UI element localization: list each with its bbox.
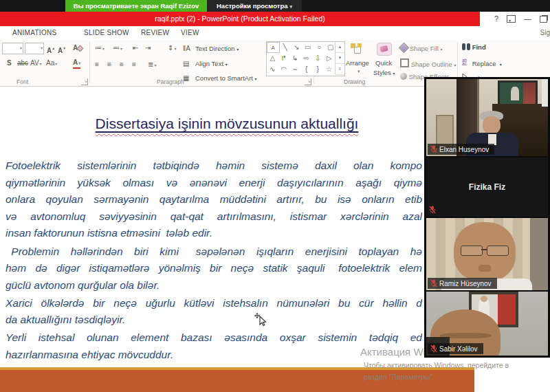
slide-title[interactable]: Dissertasiya işinin mövzusunun aktuallığ… <box>0 116 454 132</box>
powerpoint-titlebar[interactable]: raqif.pptx (2) - PowerPoint (Product Act… <box>0 12 480 26</box>
shape-pentagon-icon[interactable]: ▷ <box>324 53 336 64</box>
font-size-combobox[interactable] <box>25 43 44 54</box>
body-line: güclü avtonom qurğular ola bilər. <box>6 277 422 294</box>
muted-mic-icon <box>430 345 437 353</box>
align-justify-button[interactable]: ≡ <box>132 61 136 69</box>
shape-left-brace-icon[interactable]: { <box>301 64 313 75</box>
chair-decor <box>436 115 454 148</box>
help-button[interactable]: ? <box>494 12 498 26</box>
text-shadow-button[interactable]: S <box>7 59 12 67</box>
find-button[interactable]: Find <box>462 43 486 51</box>
participant-tile-ramiz[interactable]: Ramiz Hüseynov <box>426 218 548 290</box>
decrease-indent-button[interactable]: ⇤ <box>133 44 138 52</box>
font-dialog-launcher[interactable]: ↘ <box>81 78 88 85</box>
slide-body-text[interactable]: Fotoelektrik sistemlərinin tətbiqində hə… <box>6 157 422 363</box>
screen-share-banner: Вы просматриваете экран Raqif Ezizov <box>65 0 207 12</box>
shape-rectangle-icon[interactable]: ▭ <box>302 42 314 53</box>
text-direction-button[interactable]: Text Direction ▾ <box>195 45 239 52</box>
font-name-combobox[interactable] <box>2 43 23 54</box>
participant-name-tag: Sabir Xəlilov <box>428 343 483 354</box>
view-settings-button[interactable]: Настройки просмотра▾ <box>207 0 302 12</box>
arrange-button[interactable]: Arrange <box>346 59 369 67</box>
shape-curve-icon[interactable]: ∼ <box>289 64 301 75</box>
window-sliver <box>542 79 548 107</box>
tab-slide-show[interactable]: SLIDE SHOW <box>84 26 129 40</box>
participant-name-tag: Elxan Huseynov <box>428 144 494 155</box>
replace-button[interactable]: abac Replace ▾ <box>462 58 502 67</box>
drawing-group-label: Drawing <box>344 78 365 85</box>
clear-formatting-button[interactable]: A <box>73 44 82 52</box>
shape-arc-icon[interactable]: ◠ <box>278 64 290 75</box>
align-right-button[interactable]: ≡ <box>120 61 124 69</box>
participant-tile-sabir[interactable]: Sabir Xəlilov <box>426 292 548 356</box>
participant-tile-elxan[interactable]: Elxan Huseynov <box>426 79 548 156</box>
tab-animations[interactable]: ANIMATIONS <box>12 26 56 40</box>
portrait-frame <box>498 80 538 107</box>
scroll-down-icon[interactable]: ▼ <box>336 53 344 64</box>
shape-fill-button[interactable]: Shape Fill ▾ <box>400 44 443 52</box>
paragraph-dialog-launcher[interactable]: ↘ <box>305 78 311 85</box>
shape-triangle-icon[interactable]: △ <box>267 53 278 64</box>
body-line: da aktuallığını təsdiqləyir. <box>6 312 422 329</box>
shape-star-icon[interactable]: ☆ <box>324 64 336 75</box>
change-case-button[interactable]: Aa▾ <box>46 59 57 68</box>
shape-arrow-icon[interactable]: ↘ <box>291 42 302 53</box>
character-spacing-button[interactable]: AV▾ <box>30 59 42 68</box>
quick-styles-button[interactable]: Quick <box>375 59 392 67</box>
font-color-button[interactable]: A▾ <box>73 58 80 69</box>
shape-oval-icon[interactable]: ○ <box>314 42 325 53</box>
sign-in-label[interactable]: Sig <box>540 29 550 36</box>
gallery-more-icon[interactable]: ≡ <box>336 64 344 75</box>
ribbon-display-options-icon[interactable] <box>507 15 516 23</box>
participant-name: Sabir Xəlilov <box>439 345 478 353</box>
align-text-button[interactable]: Align Text ▾ <box>195 60 228 67</box>
shape-right-arrow-icon[interactable]: ⇨ <box>301 53 313 64</box>
minimize-button[interactable]: — <box>524 12 531 26</box>
shape-elbow-icon[interactable]: ↱ <box>278 53 290 64</box>
shape-line-icon[interactable]: ╲ <box>280 42 292 53</box>
convert-smartart-button[interactable]: Convert to SmartArt ▾ <box>195 74 257 82</box>
shape-down-arrow-icon[interactable]: ⇩ <box>312 53 324 64</box>
scroll-up-icon[interactable]: ▲ <box>336 42 344 53</box>
body-line: onlara qoyulan sərmayənin qaytarılma müd… <box>6 191 422 208</box>
restore-button[interactable] <box>540 16 547 23</box>
shape-right-brace-icon[interactable]: } <box>312 64 324 75</box>
align-left-button[interactable]: ≡ <box>95 61 99 69</box>
muted-mic-icon <box>430 279 437 287</box>
window-title: raqif.pptx (2) - PowerPoint (Product Act… <box>0 12 480 26</box>
shrink-font-button[interactable]: A▼ <box>58 44 66 55</box>
body-line: Fotoelektrik sistemlərinin tətbiqində hə… <box>6 157 422 175</box>
align-center-button[interactable]: ≡ <box>107 61 111 69</box>
align-text-icon: ▤ <box>183 60 189 68</box>
numbering-button[interactable]: ≕▾ <box>113 44 122 53</box>
glasses-bridge <box>481 249 487 250</box>
person-nose <box>478 265 491 272</box>
shape-scribble-icon[interactable]: ∿ <box>267 64 278 75</box>
bullets-button[interactable]: ≔▾ <box>95 44 104 53</box>
video-participants-panel[interactable]: Elxan Huseynov Fizika Fiz <box>424 77 550 358</box>
participant-name-tag: Ramiz Hüseynov <box>428 278 497 289</box>
shape-textbox-icon[interactable]: A <box>267 42 280 53</box>
shapes-gallery-scrollbar[interactable]: ▲ ▼ ≡ <box>335 42 344 74</box>
screen: Вы просматриваете экран Raqif Ezizov Нас… <box>0 0 550 392</box>
text-direction-icon: ‖A <box>183 45 190 53</box>
chevron-down-icon: ▾ <box>289 4 292 9</box>
muted-mic-icon <box>430 145 437 153</box>
columns-button[interactable]: ≣▾ <box>148 61 156 69</box>
activation-watermark-line3: раздел "Параметры". <box>364 373 434 381</box>
tab-review[interactable]: REVIEW <box>141 26 169 40</box>
increase-indent-button[interactable]: ⇥ <box>145 44 151 52</box>
shape-elbow-arrow-icon[interactable]: ↳ <box>289 53 301 64</box>
arrange-caret: ▾ <box>358 69 360 74</box>
window-controls: ? — <box>480 12 550 26</box>
tab-view[interactable]: VIEW <box>181 26 199 40</box>
line-spacing-button[interactable]: ⇕▾ <box>168 44 176 53</box>
shapes-gallery[interactable]: A ╲ ↘ ▭ ○ ▢ △ ↱ ↳ ⇨ ⇩ ▷ ∿ ◠ ∼ { } ☆ <box>266 41 345 76</box>
shape-fill-icon <box>399 43 410 54</box>
participant-tile-fizika[interactable]: Fizika Fiz <box>426 157 548 217</box>
shape-effects-icon <box>400 73 407 80</box>
shape-outline-button[interactable]: Shape Outline ▾ <box>400 58 456 68</box>
grow-font-button[interactable]: A▲ <box>47 44 55 55</box>
quick-styles-button-2[interactable]: Styles ▾ <box>373 69 395 76</box>
strikethrough-button[interactable]: abc <box>17 59 28 67</box>
